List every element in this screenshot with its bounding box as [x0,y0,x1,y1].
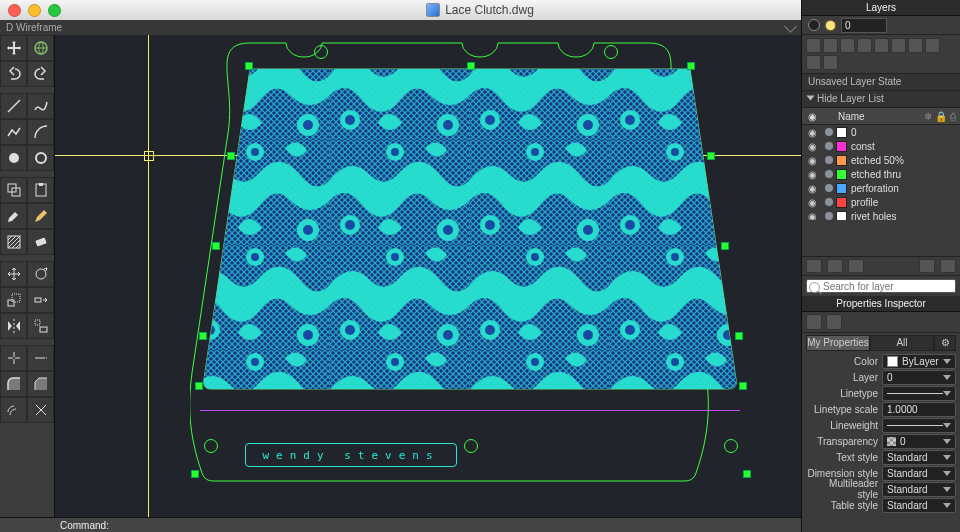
current-layer-field[interactable] [841,18,887,33]
prop-lineweight-value[interactable] [882,418,956,433]
prop-layer-value[interactable]: 0 [882,370,956,385]
stretch-tool[interactable] [27,287,54,313]
move-tool[interactable] [0,35,27,61]
line-tool[interactable] [0,93,27,119]
layer-unlock-icon[interactable] [891,38,906,53]
undo-tool[interactable] [0,61,27,87]
layer-state-row[interactable]: Unsaved Layer State [802,74,960,91]
pan-move-tool[interactable] [0,261,27,287]
polyline-tool[interactable] [0,119,27,145]
layer-row[interactable]: ◉profile [802,195,960,209]
offset-tool[interactable] [0,397,27,423]
eye-icon[interactable]: ◉ [802,169,822,180]
extend-tool[interactable] [27,345,54,371]
zoom-window-button[interactable] [48,4,61,17]
selection-grip[interactable] [735,332,743,340]
layer-color-swatch[interactable] [836,141,847,152]
hide-layer-list-toggle[interactable]: Hide Layer List [802,91,960,108]
selection-grip[interactable] [195,382,203,390]
hatch-tool[interactable] [0,229,27,255]
eye-icon[interactable]: ◉ [802,211,822,221]
layer-color-swatch[interactable] [836,155,847,166]
layer-color-swatch[interactable] [836,127,847,138]
layer-row[interactable]: ◉const [802,139,960,153]
visual-style-bar[interactable]: D Wireframe [0,20,801,36]
layer-freeze-icon[interactable] [840,38,855,53]
trim-tool[interactable] [0,345,27,371]
eye-icon[interactable]: ◉ [802,197,822,208]
selection-grip[interactable] [199,332,207,340]
selection-grip[interactable] [739,382,747,390]
layer-search-input[interactable] [806,279,956,293]
minimize-window-button[interactable] [28,4,41,17]
seg-my-properties[interactable]: My Properties [806,335,870,351]
explode-tool[interactable] [27,397,54,423]
seg-all[interactable]: All [870,335,934,351]
layer-match-icon[interactable] [908,38,923,53]
command-input[interactable] [113,519,801,532]
globe-tool[interactable] [27,35,54,61]
layer-isolate-icon[interactable] [806,55,821,70]
command-line[interactable]: Command: [0,517,801,532]
layer-row[interactable]: ◉perforation [802,181,960,195]
no-selection-icon[interactable] [806,314,822,330]
selection-grip[interactable] [245,62,253,70]
prop-multileader-style-value[interactable]: Standard [882,482,956,497]
quick-select-icon[interactable] [826,314,842,330]
rotate-tool[interactable] [27,261,54,287]
layer-settings-icon[interactable] [919,259,935,273]
eye-icon[interactable]: ◉ [802,127,822,138]
model-space-viewport[interactable]: wendy stevens [55,35,801,518]
layer-row[interactable]: ◉rivet holes [802,209,960,220]
eye-icon[interactable]: ◉ [802,155,822,166]
fillet-tool[interactable] [0,371,27,397]
redo-tool[interactable] [27,61,54,87]
selection-grip[interactable] [721,242,729,250]
selection-grip[interactable] [191,470,199,478]
visibility-toggle-icon[interactable] [808,19,820,31]
layer-help-icon[interactable] [940,259,956,273]
chamfer-tool[interactable] [27,371,54,397]
name-column-header[interactable]: Name [836,111,902,122]
prop-transparency-value[interactable]: 0 [882,434,956,449]
gear-icon[interactable]: ⚙ [934,335,956,351]
eraser-tool[interactable] [27,229,54,255]
prop-color-value[interactable]: ByLayer [882,354,956,369]
circle-tool[interactable] [0,145,27,171]
layer-color-swatch[interactable] [836,197,847,208]
eye-icon[interactable]: ◉ [802,141,822,152]
layer-on-icon[interactable] [826,21,835,30]
mirror-tool[interactable] [0,313,27,339]
prop-table-style-value[interactable]: Standard [882,498,956,513]
selection-grip[interactable] [467,62,475,70]
paint-tool[interactable] [0,203,27,229]
copy-tool[interactable] [0,177,27,203]
layer-color-swatch[interactable] [836,169,847,180]
layer-lock-icon[interactable] [874,38,889,53]
selection-grip[interactable] [212,242,220,250]
close-window-button[interactable] [8,4,21,17]
layer-delete-icon[interactable] [823,38,838,53]
selection-grip[interactable] [687,62,695,70]
layer-thaw-icon[interactable] [857,38,872,53]
layer-filter-icon[interactable] [848,259,864,273]
layer-new-icon[interactable] [806,38,821,53]
spline-tool[interactable] [27,93,54,119]
arc-tool[interactable] [27,119,54,145]
prop-text-style-value[interactable]: Standard [882,450,956,465]
prop-dimension-style-value[interactable]: Standard [882,466,956,481]
prop-linetype-scale-value[interactable]: 1.0000 [882,402,956,417]
layer-color-swatch[interactable] [836,183,847,194]
selection-grip[interactable] [743,470,751,478]
selection-grip[interactable] [227,152,235,160]
layer-unisolate-icon[interactable] [823,55,838,70]
layer-row[interactable]: ◉0 [802,125,960,139]
layer-color-swatch[interactable] [836,211,847,221]
layer-group-icon[interactable] [827,259,843,273]
align-tool[interactable] [27,313,54,339]
paste-tool[interactable] [27,177,54,203]
prop-linetype-value[interactable] [882,386,956,401]
eye-icon[interactable]: ◉ [802,183,822,194]
scale-tool[interactable] [0,287,27,313]
layer-previous-icon[interactable] [925,38,940,53]
